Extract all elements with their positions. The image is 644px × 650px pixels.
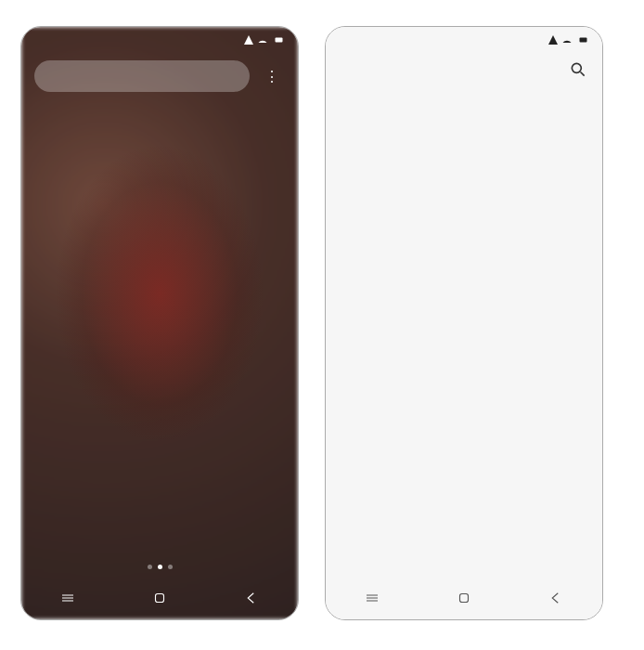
nav-home-icon[interactable] bbox=[151, 590, 168, 610]
phone-settings-screen bbox=[325, 26, 603, 620]
nav-recent-icon[interactable] bbox=[59, 590, 76, 610]
nav-back-icon[interactable] bbox=[243, 590, 260, 610]
status-bar bbox=[21, 27, 298, 53]
status-bar bbox=[326, 27, 602, 53]
svg-rect-1 bbox=[155, 594, 163, 603]
svg-point-3 bbox=[572, 63, 581, 72]
nav-bar bbox=[21, 580, 298, 619]
search-icon[interactable] bbox=[569, 60, 587, 84]
page-indicator bbox=[21, 565, 298, 569]
search-input[interactable] bbox=[34, 60, 250, 92]
svg-rect-2 bbox=[580, 38, 587, 43]
status-indicators bbox=[547, 34, 589, 46]
nav-back-icon[interactable] bbox=[547, 590, 564, 610]
more-options-icon[interactable]: ⋮ bbox=[259, 63, 285, 89]
phone-home-screen: ⋮ bbox=[20, 26, 299, 620]
svg-rect-0 bbox=[276, 38, 283, 43]
status-indicators bbox=[243, 34, 285, 46]
svg-rect-4 bbox=[459, 594, 468, 603]
settings-list[interactable] bbox=[326, 97, 602, 143]
nav-home-icon[interactable] bbox=[456, 590, 472, 610]
nav-bar bbox=[326, 580, 602, 619]
nav-recent-icon[interactable] bbox=[364, 590, 380, 610]
